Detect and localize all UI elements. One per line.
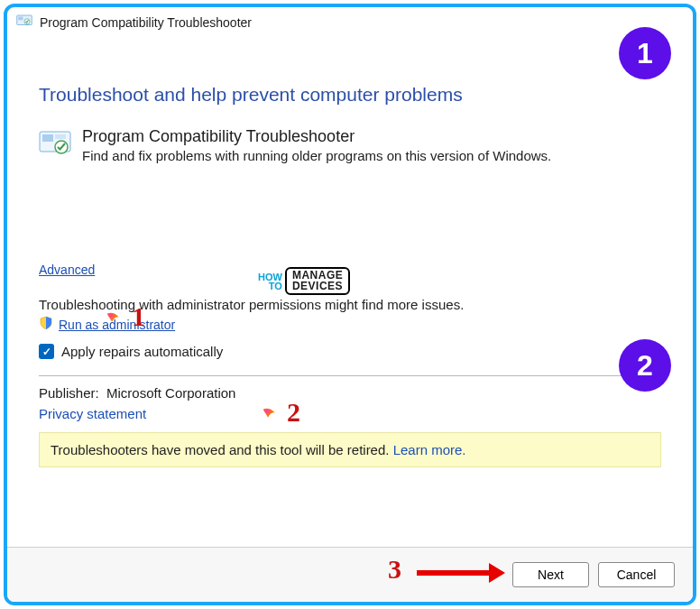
troubleshooter-desc: Find and fix problems with running older… bbox=[82, 148, 551, 163]
svg-rect-4 bbox=[42, 134, 53, 142]
watermark-how: HOW bbox=[258, 272, 282, 281]
window-title: Program Compatibility Troubleshooter bbox=[40, 15, 252, 30]
apply-repairs-row[interactable]: ✓ Apply repairs automatically bbox=[39, 344, 661, 359]
apply-repairs-label: Apply repairs automatically bbox=[61, 344, 223, 359]
app-icon bbox=[16, 13, 32, 32]
learn-more-link[interactable]: Learn more. bbox=[393, 442, 466, 457]
uac-shield-icon bbox=[39, 316, 53, 333]
svg-rect-1 bbox=[18, 17, 23, 21]
publisher-row: Publisher: Microsoft Corporation bbox=[39, 385, 661, 401]
troubleshooter-summary: Program Compatibility Troubleshooter Fin… bbox=[39, 127, 661, 163]
annotation-step-1: 1 bbox=[132, 301, 145, 332]
watermark-to: TO bbox=[258, 281, 282, 291]
advanced-link[interactable]: Advanced bbox=[39, 263, 95, 277]
watermark-badge: HOW TO MANAGE DEVICES bbox=[258, 267, 350, 295]
dialog-footer: Next Cancel bbox=[7, 547, 693, 602]
page-heading: Troubleshoot and help prevent computer p… bbox=[39, 84, 661, 106]
privacy-link[interactable]: Privacy statement bbox=[39, 406, 146, 421]
svg-rect-5 bbox=[55, 134, 66, 139]
pointer-icon bbox=[104, 310, 124, 330]
troubleshooter-window: Program Compatibility Troubleshooter Tro… bbox=[4, 4, 696, 605]
troubleshooter-icon bbox=[39, 127, 71, 162]
annotation-arrow bbox=[417, 563, 505, 583]
pointer-icon bbox=[260, 406, 280, 426]
separator bbox=[39, 375, 661, 376]
annotation-badge-1: 1 bbox=[619, 27, 671, 79]
publisher-value: Microsoft Corporation bbox=[106, 385, 235, 401]
publisher-label: Publisher: bbox=[39, 385, 99, 401]
notice-text: Troubleshooters have moved and this tool… bbox=[51, 442, 389, 457]
annotation-step-2: 2 bbox=[287, 397, 300, 428]
titlebar: Program Compatibility Troubleshooter bbox=[7, 7, 693, 35]
annotation-step-3: 3 bbox=[388, 554, 401, 585]
apply-repairs-checkbox[interactable]: ✓ bbox=[39, 344, 54, 359]
watermark-devices: DEVICES bbox=[292, 281, 343, 291]
annotation-badge-2: 2 bbox=[619, 339, 671, 392]
retirement-notice: Troubleshooters have moved and this tool… bbox=[39, 432, 661, 467]
next-button[interactable]: Next bbox=[512, 562, 589, 587]
troubleshooter-name: Program Compatibility Troubleshooter bbox=[82, 127, 551, 146]
cancel-button[interactable]: Cancel bbox=[598, 562, 675, 587]
